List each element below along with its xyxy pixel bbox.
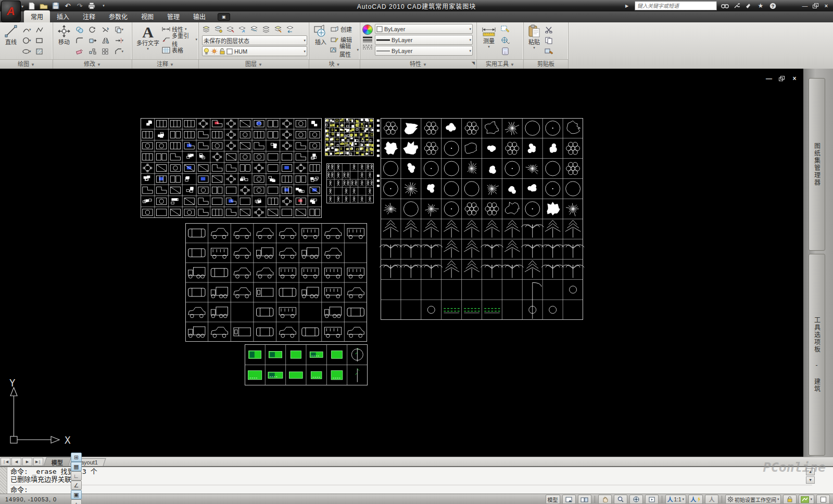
rectangle-button[interactable] xyxy=(35,36,44,45)
layer-prev-button[interactable] xyxy=(286,25,295,33)
minimize-button[interactable]: — xyxy=(801,3,809,9)
measure-button[interactable]: 测量 ▾ xyxy=(479,24,499,57)
first-tab-button[interactable]: ❘◀ xyxy=(1,458,10,466)
mtext-button[interactable]: A 多行文字 ▾ xyxy=(134,24,161,55)
match-properties-button[interactable] xyxy=(545,47,553,56)
tab-manage[interactable]: 管理 xyxy=(160,10,186,22)
panel-utilities-label[interactable]: 实用工具 ▼ xyxy=(477,59,523,69)
search-input[interactable] xyxy=(635,1,717,10)
lineweight-dropdown[interactable]: ByLayer▾ xyxy=(375,35,473,45)
block-grid-people[interactable] xyxy=(326,163,374,203)
rotate-button[interactable] xyxy=(88,25,97,34)
layer-match-button[interactable] xyxy=(274,25,283,33)
command-prompt[interactable]: 命令: xyxy=(10,485,812,494)
open-file-button[interactable] xyxy=(39,2,48,10)
array-button[interactable] xyxy=(101,47,110,56)
arc-button[interactable]: ▾ xyxy=(22,25,31,34)
next-tab-button[interactable]: ▶ xyxy=(22,458,32,466)
tab-insert[interactable]: 插入 xyxy=(50,10,76,22)
panel-properties-label[interactable]: 特性 ▼◥ xyxy=(360,59,476,69)
calculator-button[interactable] xyxy=(501,47,510,56)
tab-parametric[interactable]: 参数化 xyxy=(102,10,134,22)
polyline-button[interactable] xyxy=(35,25,44,34)
trim-button[interactable] xyxy=(101,25,110,34)
tab-view[interactable]: 视图 xyxy=(134,10,160,22)
panel-clipboard-label[interactable]: 剪贴板 xyxy=(524,59,568,69)
close-button[interactable]: × xyxy=(823,3,830,9)
last-tab-button[interactable]: ▶❘ xyxy=(33,458,43,466)
restore-button[interactable] xyxy=(813,3,818,8)
edit-attributes-button[interactable]: 编辑属性▾ xyxy=(330,45,359,55)
command-window-grip[interactable] xyxy=(0,467,7,495)
redo-button[interactable]: ↷ xyxy=(75,2,84,10)
sheet-set-manager-tab[interactable]: 图纸集管理器 xyxy=(809,78,825,251)
layer-properties-button[interactable] xyxy=(202,25,211,33)
toggle-grid-icon[interactable]: ▦ xyxy=(71,462,82,471)
panel-modify-label[interactable]: 修改 ▼ xyxy=(53,59,132,69)
circle-button[interactable]: ▾ xyxy=(22,36,31,45)
toolbar-lock-button[interactable] xyxy=(783,495,797,504)
app-menu-arrow-icon[interactable]: ▾ xyxy=(21,4,23,9)
block-grid-vehicles[interactable] xyxy=(185,223,367,342)
layer-dropdown[interactable]: HUM ▾ xyxy=(202,46,307,56)
toggle-osnap3d-icon[interactable]: △ xyxy=(71,499,82,504)
layer-state-button[interactable] xyxy=(214,25,223,33)
layer-off-button[interactable] xyxy=(262,25,271,33)
block-grid-green[interactable] xyxy=(245,344,368,385)
pan-hand-button[interactable] xyxy=(598,495,612,504)
toggle-polar-icon[interactable]: ∠ xyxy=(71,481,82,490)
explode-button[interactable] xyxy=(88,47,97,56)
linetype-dropdown[interactable]: ByLayer▾ xyxy=(375,46,473,56)
quick-view-layouts-button[interactable] xyxy=(578,495,591,504)
cut-scissors-button[interactable] xyxy=(545,25,553,34)
search-binoculars-icon[interactable] xyxy=(721,2,729,9)
favorites-star-icon[interactable]: ★ xyxy=(756,2,765,9)
line-button[interactable]: 直线 xyxy=(2,24,20,57)
model-space-button[interactable]: 模型 xyxy=(546,495,560,504)
zoom-button[interactable] xyxy=(614,495,627,504)
layer-lock-button[interactable] xyxy=(250,25,259,33)
fillet-button[interactable] xyxy=(75,36,84,45)
eraser-button[interactable] xyxy=(75,47,84,56)
media-browser-icon[interactable]: ▣ xyxy=(218,13,230,21)
toggle-snap-icon[interactable]: ⊞ xyxy=(71,453,82,462)
move-button[interactable]: 移动 xyxy=(55,24,73,57)
extend-button[interactable]: ▾ xyxy=(115,36,123,45)
multileader-button[interactable]: 多重引线▾ xyxy=(161,34,197,45)
block-grid-appliances[interactable] xyxy=(325,118,374,156)
annotation-visibility-button[interactable]: 人 xyxy=(688,495,703,504)
autoscale-button[interactable]: 人 xyxy=(705,495,718,504)
drawing-minimize-button[interactable]: — xyxy=(765,75,773,82)
panel-draw-label[interactable]: 绘图 ▼ xyxy=(0,59,53,69)
toggle-osnap-icon[interactable]: ▣ xyxy=(71,490,82,499)
quick-select-button[interactable] xyxy=(501,25,510,34)
communication-center-icon[interactable] xyxy=(744,2,753,9)
linetype-icon[interactable] xyxy=(362,44,373,49)
block-grid-furniture[interactable] xyxy=(141,118,322,218)
tab-annotate[interactable]: 注释 xyxy=(76,10,102,22)
qat-customize-arrow[interactable]: ▾ xyxy=(99,2,108,10)
layout-button[interactable] xyxy=(562,495,576,504)
id-point-button[interactable] xyxy=(501,36,510,45)
tab-home[interactable]: 常用 xyxy=(24,10,50,22)
prev-tab-button[interactable]: ◀ xyxy=(11,458,21,466)
copy-button[interactable]: ▾ xyxy=(115,25,123,34)
drawing-restore-button[interactable] xyxy=(779,76,785,81)
steering-wheel-button[interactable] xyxy=(629,495,643,504)
workspace-switch-button[interactable]: 初始设置工作空间▾ xyxy=(725,495,781,504)
drawing-canvas[interactable]: — × Y X xyxy=(0,69,803,457)
ellipse-button[interactable]: ▾ xyxy=(22,47,31,56)
command-line-window[interactable]: 命令: _erase 找到 13 个已删除填充边界关联性。 命令: ▲ ▼ PC… xyxy=(0,466,833,495)
layer-freeze-button[interactable] xyxy=(238,25,247,33)
application-menu-button[interactable]: A xyxy=(1,1,21,22)
subscription-wrench-icon[interactable] xyxy=(733,2,741,9)
layer-state-dropdown[interactable]: 未保存的图层状态▾ xyxy=(202,35,307,45)
stretch-button[interactable] xyxy=(88,36,97,45)
copy-clip-button[interactable] xyxy=(545,36,553,45)
scroll-down-button[interactable]: ▼ xyxy=(806,476,815,484)
drawing-close-button[interactable]: × xyxy=(791,75,798,82)
clean-screen-button[interactable] xyxy=(816,495,830,504)
object-color-dropdown[interactable]: ByLayer▾ xyxy=(375,24,473,34)
lineweight-icon[interactable] xyxy=(362,36,373,43)
tool-palettes-tab[interactable]: 工具选项板 - 建筑 xyxy=(809,254,825,456)
